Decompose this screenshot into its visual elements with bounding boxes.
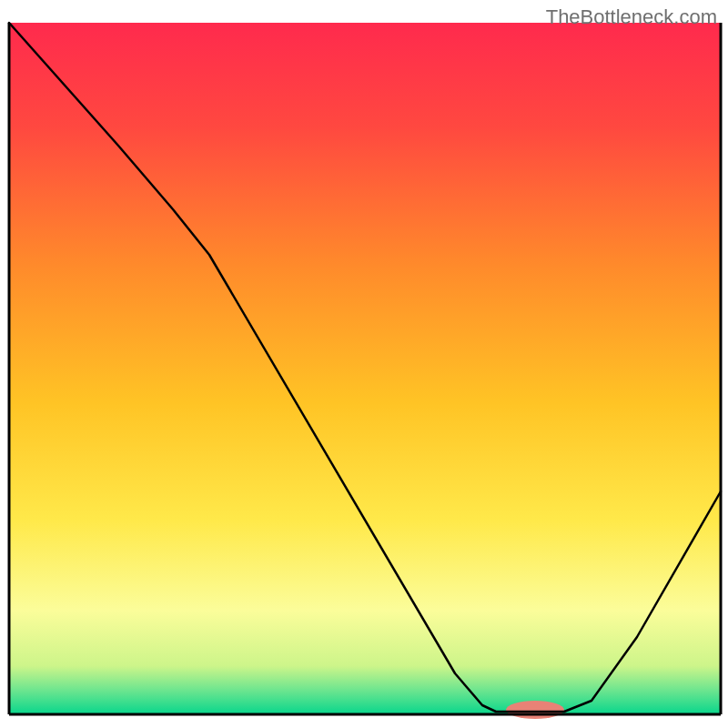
chart-gradient-background (9, 23, 721, 714)
chart-svg (0, 0, 728, 728)
minimum-marker (506, 701, 564, 719)
bottleneck-chart: TheBottleneck.com (0, 0, 728, 728)
watermark-label: TheBottleneck.com (546, 5, 717, 29)
